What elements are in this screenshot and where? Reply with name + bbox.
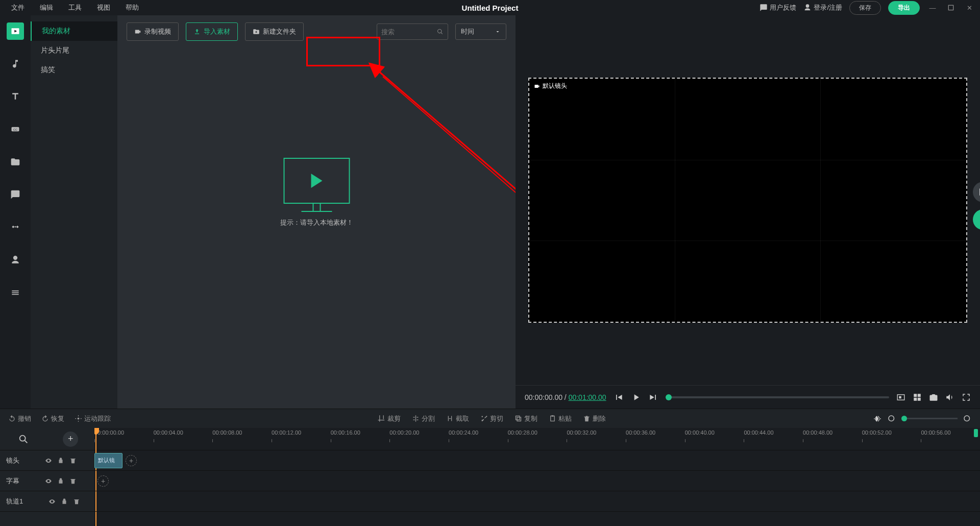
category-my-media[interactable]: 我的素材 <box>31 21 117 41</box>
rail-audio-icon[interactable] <box>7 55 24 73</box>
undo-button[interactable]: 撤销 <box>8 414 31 423</box>
progress-slider[interactable] <box>666 396 889 398</box>
grid-toggle-button[interactable] <box>913 393 922 402</box>
split-button[interactable]: 分割 <box>412 414 435 423</box>
rail-subtitle-icon[interactable]: CC <box>7 121 24 138</box>
prev-frame-button[interactable] <box>614 392 624 402</box>
zoom-in-button[interactable] <box>963 414 972 423</box>
delete-button[interactable]: 删除 <box>583 414 606 423</box>
timeline-tracks-area[interactable]: 00:00:00.00 00:00:04.00 00:00:08.00 00:0… <box>94 428 980 526</box>
ruler-tick: 00:00:00.00 <box>94 428 154 450</box>
ruler-tick: 00:00:32.00 <box>567 428 626 450</box>
track-header-camera[interactable]: 镜头 <box>0 450 94 471</box>
save-button[interactable]: 保存 <box>849 1 881 15</box>
track-header-subtitle[interactable]: 字幕 <box>0 471 94 491</box>
zoom-slider[interactable] <box>901 418 958 419</box>
fit-timeline-button[interactable] <box>873 414 882 423</box>
menu-view[interactable]: 视图 <box>91 1 116 14</box>
lock-icon[interactable] <box>57 477 64 485</box>
project-title: Untitled Project <box>462 4 519 12</box>
motion-track-button[interactable]: 运动跟踪 <box>75 414 111 423</box>
category-funny[interactable]: 搞笑 <box>31 60 117 80</box>
media-toolbar: 录制视频 导入素材 新建文件夹 时间 <box>117 15 516 48</box>
safe-zone-button[interactable] <box>973 182 980 202</box>
trash-icon[interactable] <box>69 457 77 464</box>
rail-folder-icon[interactable] <box>7 153 24 171</box>
monitor-icon <box>283 158 350 204</box>
category-intro-outro[interactable]: 片头片尾 <box>31 41 117 60</box>
menu-tools[interactable]: 工具 <box>62 1 88 14</box>
empty-media-state: 提示：请导入本地素材！ <box>280 158 353 227</box>
preview-canvas[interactable]: 默认镜头 <box>528 78 967 323</box>
lock-icon[interactable] <box>61 498 68 505</box>
ruler-tick: 00:00:44.00 <box>744 428 803 450</box>
rail-comment-icon[interactable] <box>7 186 24 203</box>
ruler-tick: 00:00:36.00 <box>626 428 685 450</box>
clip-default-camera[interactable]: 默认镜 <box>94 453 122 468</box>
rail-text-icon[interactable] <box>7 88 24 105</box>
lock-button[interactable] <box>973 209 980 230</box>
player-bar: 00:00:00.00 / 00:01:00.00 <box>516 385 980 409</box>
search-input[interactable] <box>381 28 437 36</box>
cut-range-button[interactable]: 截取 <box>446 414 469 423</box>
menu-help[interactable]: 帮助 <box>119 1 145 14</box>
timeline-ruler[interactable]: 00:00:00.00 00:00:04.00 00:00:08.00 00:0… <box>94 428 980 450</box>
import-media-button[interactable]: 导入素材 <box>186 22 238 41</box>
window-minimize-button[interactable]: — <box>927 2 938 13</box>
window-maximize-button[interactable] <box>945 2 957 13</box>
trash-icon[interactable] <box>69 477 77 485</box>
window-close-button[interactable]: ✕ <box>964 2 975 13</box>
next-frame-button[interactable] <box>648 392 658 402</box>
export-button[interactable]: 导出 <box>888 1 920 15</box>
total-time[interactable]: 00:01:00.00 <box>569 393 606 401</box>
timeline-magnifier-icon[interactable] <box>16 432 31 446</box>
scissors-button[interactable]: 剪切 <box>480 414 503 423</box>
menu-edit[interactable]: 编辑 <box>34 1 59 14</box>
track-subtitle[interactable]: + <box>94 471 980 491</box>
login-link[interactable]: 登录/注册 <box>803 3 842 12</box>
copy-button[interactable]: 复制 <box>514 414 537 423</box>
visibility-icon[interactable] <box>48 498 56 505</box>
play-button[interactable] <box>631 392 641 402</box>
sort-dropdown[interactable]: 时间 <box>455 23 506 40</box>
rail-effects-icon[interactable] <box>7 219 24 236</box>
timeline-end-marker[interactable] <box>974 429 978 437</box>
add-clip-button[interactable]: + <box>126 455 137 466</box>
lock-icon[interactable] <box>57 457 64 464</box>
rail-user-icon[interactable] <box>7 251 24 269</box>
search-box[interactable] <box>377 23 448 40</box>
svg-rect-16 <box>551 416 555 421</box>
ruler-tick: 00:00:48.00 <box>803 428 862 450</box>
feedback-label: 用户反馈 <box>770 3 796 12</box>
ruler-tick: 00:00:24.00 <box>449 428 508 450</box>
paste-button[interactable]: 粘贴 <box>549 414 572 423</box>
trash-icon[interactable] <box>73 498 80 505</box>
rail-settings-icon[interactable] <box>7 284 24 301</box>
feedback-link[interactable]: 用户反馈 <box>760 3 796 12</box>
record-video-button[interactable]: 录制视频 <box>127 22 179 41</box>
redo-button[interactable]: 恢复 <box>41 414 64 423</box>
track-1[interactable] <box>94 491 980 512</box>
zoom-out-button[interactable] <box>887 414 896 423</box>
track-name-subtitle: 字幕 <box>6 476 19 486</box>
new-folder-button[interactable]: 新建文件夹 <box>245 22 304 41</box>
rail-media-icon[interactable] <box>7 22 24 40</box>
menu-file[interactable]: 文件 <box>5 1 31 14</box>
track-header-track1[interactable]: 轨道1 <box>0 491 94 512</box>
add-track-button[interactable]: + <box>63 432 78 447</box>
svg-rect-14 <box>517 417 521 421</box>
ruler-tick: 00:00:04.00 <box>154 428 213 450</box>
record-icon <box>134 28 141 35</box>
track-camera[interactable]: 默认镜 + <box>94 450 980 471</box>
crop-button[interactable]: 裁剪 <box>378 414 401 423</box>
svg-point-13 <box>78 418 80 420</box>
visibility-icon[interactable] <box>45 457 52 464</box>
fullscreen-button[interactable] <box>962 393 971 402</box>
ruler-tick: 00:00:20.00 <box>389 428 449 450</box>
screenshot-to-panel-button[interactable] <box>896 393 905 402</box>
add-clip-button[interactable]: + <box>97 475 109 487</box>
visibility-icon[interactable] <box>45 477 52 485</box>
svg-point-18 <box>889 416 894 421</box>
volume-button[interactable] <box>945 393 954 402</box>
snapshot-button[interactable] <box>929 393 938 402</box>
